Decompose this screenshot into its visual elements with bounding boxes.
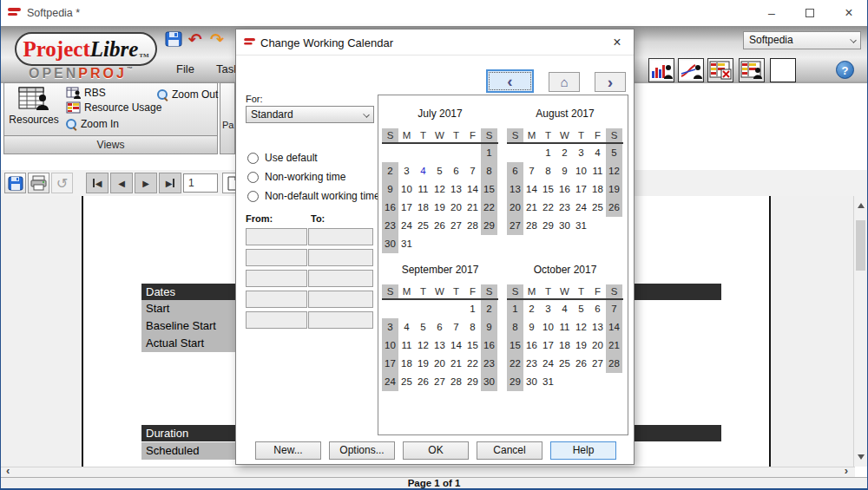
from-input[interactable] <box>246 291 307 308</box>
day-cell[interactable]: 30 <box>556 217 573 235</box>
day-cell[interactable]: 15 <box>507 336 523 355</box>
day-cell[interactable]: 8 <box>481 162 497 180</box>
to-input[interactable] <box>308 291 373 308</box>
day-cell[interactable]: 25 <box>415 217 431 235</box>
last-page-button[interactable]: ▶ <box>159 173 181 193</box>
day-cell[interactable]: 18 <box>589 180 606 199</box>
day-cell[interactable]: 31 <box>398 235 415 253</box>
calendar-home-button[interactable]: ⌂ <box>549 72 580 92</box>
to-input[interactable] <box>308 311 373 329</box>
day-cell[interactable]: 2 <box>481 300 497 318</box>
horizontal-scrollbar[interactable]: ‹ › <box>1 467 855 477</box>
day-cell[interactable]: 13 <box>589 318 606 336</box>
day-cell[interactable]: 9 <box>556 162 573 180</box>
zoom-out-button[interactable]: Zoom Out <box>157 88 218 101</box>
day-cell[interactable]: 30 <box>481 373 497 391</box>
day-cell[interactable]: 15 <box>481 180 497 199</box>
day-cell[interactable]: 19 <box>431 199 448 217</box>
calendar-forward-button[interactable]: › <box>595 72 626 92</box>
day-cell[interactable]: 27 <box>589 355 606 373</box>
first-page-button[interactable]: ◀ <box>86 173 108 193</box>
to-input[interactable] <box>308 228 373 245</box>
day-cell[interactable]: 12 <box>415 336 431 355</box>
day-cell[interactable]: 24 <box>573 199 589 217</box>
day-cell[interactable]: 3 <box>398 162 415 180</box>
table-delete-view-button[interactable] <box>707 58 733 82</box>
day-cell[interactable]: 27 <box>448 217 464 235</box>
day-cell[interactable]: 11 <box>589 162 606 180</box>
day-cell[interactable]: 9 <box>382 180 398 199</box>
save-button[interactable] <box>163 29 184 49</box>
day-cell[interactable]: 18 <box>556 336 573 355</box>
day-cell[interactable]: 7 <box>523 162 540 180</box>
tab-file[interactable]: File <box>166 57 205 82</box>
day-cell[interactable]: 16 <box>523 336 540 355</box>
day-cell[interactable]: 19 <box>573 336 589 355</box>
day-cell[interactable]: 6 <box>589 300 606 318</box>
page-number-input[interactable]: 1 <box>183 173 218 193</box>
ok-button[interactable]: OK <box>403 441 469 460</box>
resources-view-button[interactable]: Resources <box>9 87 59 134</box>
day-cell[interactable]: 18 <box>398 355 415 373</box>
day-cell[interactable]: 22 <box>464 355 481 373</box>
day-cell[interactable]: 11 <box>398 336 415 355</box>
vertical-scrollbar[interactable] <box>853 196 867 467</box>
day-cell[interactable]: 29 <box>540 217 556 235</box>
day-cell[interactable]: 7 <box>448 318 464 336</box>
day-cell[interactable]: 29 <box>507 373 523 391</box>
day-cell[interactable]: 2 <box>382 162 398 180</box>
day-cell[interactable]: 5 <box>573 300 589 318</box>
day-cell[interactable]: 4 <box>415 162 431 180</box>
day-cell[interactable]: 21 <box>523 199 540 217</box>
day-cell[interactable]: 3 <box>540 300 556 318</box>
day-cell[interactable]: 5 <box>415 318 431 336</box>
day-cell[interactable]: 5 <box>431 162 448 180</box>
day-cell[interactable]: 28 <box>464 217 481 235</box>
day-cell[interactable]: 2 <box>523 300 540 318</box>
day-cell[interactable]: 18 <box>415 199 431 217</box>
day-cell[interactable]: 31 <box>540 373 556 391</box>
day-cell[interactable]: 8 <box>540 162 556 180</box>
vertical-scroll-thumb[interactable] <box>856 220 865 271</box>
day-cell[interactable]: 1 <box>540 144 556 162</box>
day-cell[interactable]: 2 <box>556 144 573 162</box>
scroll-left-icon[interactable]: ‹ <box>6 466 10 476</box>
chart-view-button[interactable] <box>678 58 704 82</box>
day-cell[interactable]: 23 <box>382 217 398 235</box>
day-cell[interactable]: 10 <box>382 336 398 355</box>
minimize-button[interactable]: – <box>759 3 785 23</box>
day-cell[interactable]: 1 <box>464 300 481 318</box>
resource-usage-button[interactable]: Resource Usage <box>66 101 161 114</box>
day-cell[interactable]: 17 <box>573 180 589 199</box>
day-cell[interactable]: 13 <box>448 180 464 199</box>
day-cell[interactable]: 30 <box>523 373 540 391</box>
day-cell[interactable]: 20 <box>448 199 464 217</box>
day-cell[interactable]: 4 <box>589 144 606 162</box>
radio-non-default-working-time[interactable]: Non-default working time <box>247 190 380 202</box>
day-cell[interactable]: 21 <box>448 355 464 373</box>
help-button[interactable]: ? <box>836 61 854 79</box>
save-report-button[interactable] <box>4 173 26 193</box>
undo-button[interactable]: ↶ <box>185 29 206 49</box>
day-cell[interactable]: 11 <box>415 180 431 199</box>
day-cell[interactable]: 22 <box>540 199 556 217</box>
day-cell[interactable]: 26 <box>573 355 589 373</box>
day-cell[interactable]: 16 <box>382 199 398 217</box>
day-cell[interactable]: 29 <box>481 217 497 235</box>
day-cell[interactable]: 25 <box>398 373 415 391</box>
day-cell[interactable]: 13 <box>507 180 523 199</box>
day-cell[interactable]: 11 <box>556 318 573 336</box>
day-cell[interactable]: 7 <box>606 300 622 318</box>
redo-button[interactable]: ↷ <box>207 29 227 49</box>
day-cell[interactable]: 13 <box>431 336 448 355</box>
profile-dropdown[interactable]: Softpedia <box>743 31 861 49</box>
day-cell[interactable]: 20 <box>589 336 606 355</box>
day-cell[interactable]: 14 <box>606 318 622 336</box>
day-cell[interactable]: 17 <box>382 355 398 373</box>
scroll-right-icon[interactable]: › <box>845 466 848 476</box>
options-button[interactable]: Options... <box>329 441 395 460</box>
close-button[interactable]: × <box>836 3 862 23</box>
day-cell[interactable]: 21 <box>606 336 622 355</box>
day-cell[interactable]: 9 <box>481 318 497 336</box>
day-cell[interactable]: 20 <box>507 199 523 217</box>
